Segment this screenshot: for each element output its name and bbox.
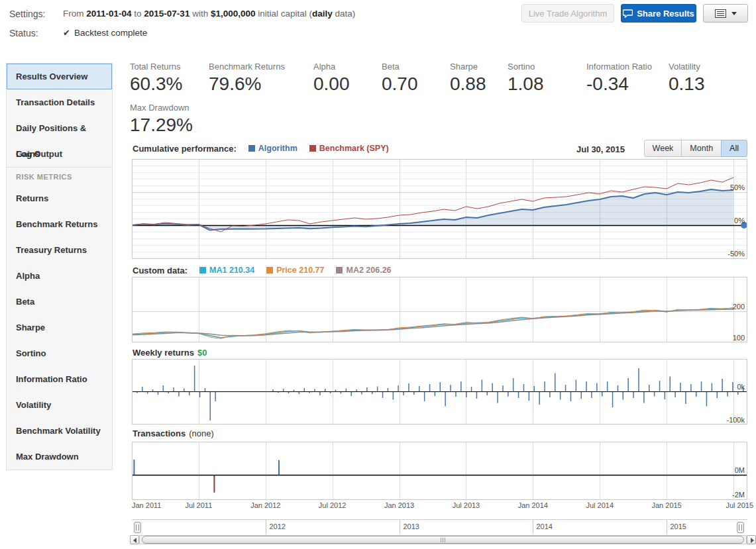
weekly-return-bar[interactable] bbox=[570, 391, 572, 401]
transactions-chart[interactable]: 0M-2M bbox=[132, 442, 747, 500]
weekly-return-bar[interactable] bbox=[205, 388, 206, 391]
legend-item-benchmark[interactable]: Benchmark (SPY) bbox=[309, 144, 389, 153]
weekly-return-bar[interactable] bbox=[529, 391, 530, 401]
sidebar-item-benchmark-volatility[interactable]: Benchmark Volatility bbox=[7, 418, 112, 444]
share-results-button[interactable]: Share Results bbox=[621, 4, 696, 23]
price-series[interactable] bbox=[132, 308, 733, 339]
legend-item-ma2[interactable]: MA2 206.26 bbox=[336, 266, 391, 275]
weekly-return-bar[interactable] bbox=[706, 391, 708, 407]
weekly-return-bar[interactable] bbox=[382, 391, 384, 398]
weekly-return-bar[interactable] bbox=[304, 388, 305, 391]
weekly-return-bar[interactable] bbox=[393, 391, 394, 400]
weekly-return-bar[interactable] bbox=[576, 380, 577, 392]
weekly-return-bar[interactable] bbox=[476, 391, 478, 399]
navigator[interactable]: 2012201320142015 bbox=[132, 519, 747, 534]
ma2-series[interactable] bbox=[132, 309, 733, 336]
weekly-return-bar[interactable] bbox=[565, 385, 567, 391]
weekly-return-bar[interactable] bbox=[539, 391, 540, 405]
weekly-return-bar[interactable] bbox=[142, 387, 143, 391]
weekly-return-bar[interactable] bbox=[549, 391, 551, 397]
weekly-return-bar[interactable] bbox=[680, 383, 681, 391]
weekly-return-bar[interactable] bbox=[508, 391, 509, 397]
sidebar-item-information-ratio[interactable]: Information Ratio bbox=[7, 366, 112, 392]
weekly-return-bar[interactable] bbox=[294, 390, 295, 392]
scrollbar-track[interactable] bbox=[139, 535, 747, 544]
weekly-return-bar[interactable] bbox=[466, 391, 467, 397]
weekly-return-bar[interactable] bbox=[627, 378, 629, 391]
weekly-return-bar[interactable] bbox=[173, 387, 174, 391]
weekly-return-bar[interactable] bbox=[184, 389, 185, 392]
weekly-return-bar[interactable] bbox=[534, 386, 535, 391]
weekly-return-bar[interactable] bbox=[325, 389, 326, 391]
weekly-return-bar[interactable] bbox=[492, 383, 493, 392]
weekly-return-bar[interactable] bbox=[513, 378, 514, 391]
legend-item-price[interactable]: Price 210.77 bbox=[266, 266, 324, 275]
weekly-return-bar[interactable] bbox=[581, 391, 582, 399]
weekly-return-bar[interactable] bbox=[194, 366, 195, 391]
weekly-return-bar[interactable] bbox=[607, 381, 608, 391]
weekly-return-bar[interactable] bbox=[152, 389, 154, 391]
weekly-return-bar[interactable] bbox=[445, 391, 446, 407]
weekly-return-bar[interactable] bbox=[591, 391, 592, 398]
weekly-return-bar[interactable] bbox=[560, 391, 561, 400]
sidebar-item-returns[interactable]: Returns bbox=[7, 185, 112, 211]
weekly-return-bar[interactable] bbox=[649, 385, 650, 391]
weekly-return-bar[interactable] bbox=[366, 387, 368, 391]
range-button-week[interactable]: Week bbox=[644, 140, 682, 157]
weekly-return-bar[interactable] bbox=[408, 383, 409, 391]
transaction-bar-buy[interactable] bbox=[278, 460, 280, 475]
weekly-return-bar[interactable] bbox=[727, 391, 728, 397]
range-button-all[interactable]: All bbox=[721, 140, 747, 157]
weekly-return-bar[interactable] bbox=[440, 382, 441, 391]
weekly-return-bar[interactable] bbox=[618, 385, 619, 391]
scrollbar-left-arrow[interactable] bbox=[130, 535, 139, 544]
weekly-return-bar[interactable] bbox=[346, 389, 347, 392]
sidebar-item-beta[interactable]: Beta bbox=[7, 289, 112, 315]
weekly-return-bar[interactable] bbox=[210, 391, 211, 421]
weekly-return-bar[interactable] bbox=[178, 391, 180, 397]
custom-data-chart[interactable]: 200100 bbox=[132, 277, 747, 342]
live-trade-button[interactable]: Live Trade Algorithm bbox=[521, 4, 614, 23]
cumulative-performance-chart[interactable]: 50%0%-50% bbox=[132, 159, 747, 259]
weekly-return-bar[interactable] bbox=[596, 383, 598, 392]
sidebar-item-sharpe[interactable]: Sharpe bbox=[7, 315, 112, 340]
weekly-return-bar[interactable] bbox=[717, 391, 718, 398]
weekly-return-bar[interactable] bbox=[424, 391, 425, 401]
weekly-return-bar[interactable] bbox=[712, 383, 713, 392]
range-button-month[interactable]: Month bbox=[681, 140, 722, 157]
weekly-return-bar[interactable] bbox=[419, 386, 420, 391]
weekly-return-bar[interactable] bbox=[685, 391, 686, 404]
weekly-return-bar[interactable] bbox=[450, 385, 451, 391]
sidebar-item-transaction-details[interactable]: Transaction Details bbox=[7, 89, 112, 115]
weekly-return-bar[interactable] bbox=[544, 381, 545, 391]
weekly-return-bar[interactable] bbox=[675, 391, 676, 397]
weekly-return-bar[interactable] bbox=[455, 391, 457, 397]
weekly-return-bar[interactable] bbox=[460, 381, 462, 391]
weekly-return-bar[interactable] bbox=[335, 390, 337, 392]
view-options-button[interactable] bbox=[703, 4, 748, 23]
sidebar-item-max-drawdown[interactable]: Max Drawdown bbox=[7, 444, 112, 470]
weekly-returns-chart[interactable]: 0k-100k bbox=[132, 359, 747, 424]
weekly-return-bar[interactable] bbox=[497, 391, 498, 403]
weekly-return-bar[interactable] bbox=[665, 391, 666, 399]
weekly-return-bar[interactable] bbox=[199, 391, 201, 397]
sidebar-item-results-overview[interactable]: Results Overview bbox=[7, 64, 112, 89]
transaction-bar-sell[interactable] bbox=[213, 475, 215, 493]
sidebar-item-alpha[interactable]: Alpha bbox=[7, 263, 112, 289]
weekly-return-bar[interactable] bbox=[643, 391, 645, 403]
scrollbar-right-arrow[interactable] bbox=[747, 535, 756, 544]
weekly-return-bar[interactable] bbox=[523, 384, 525, 391]
ma1-series[interactable] bbox=[132, 308, 733, 338]
weekly-return-bar[interactable] bbox=[701, 381, 702, 391]
weekly-return-bar[interactable] bbox=[602, 391, 603, 397]
weekly-return-bar[interactable] bbox=[555, 374, 556, 392]
weekly-return-bar[interactable] bbox=[696, 391, 697, 397]
weekly-return-bar[interactable] bbox=[518, 391, 519, 398]
weekly-return-bar[interactable] bbox=[471, 387, 472, 391]
weekly-return-bar[interactable] bbox=[654, 391, 655, 397]
legend-item-algorithm[interactable]: Algorithm bbox=[248, 144, 297, 153]
transaction-bar-buy[interactable] bbox=[133, 460, 135, 475]
weekly-return-bar[interactable] bbox=[502, 385, 504, 391]
weekly-return-bar[interactable] bbox=[283, 389, 284, 391]
legend-item-ma1[interactable]: MA1 210.34 bbox=[199, 266, 254, 275]
